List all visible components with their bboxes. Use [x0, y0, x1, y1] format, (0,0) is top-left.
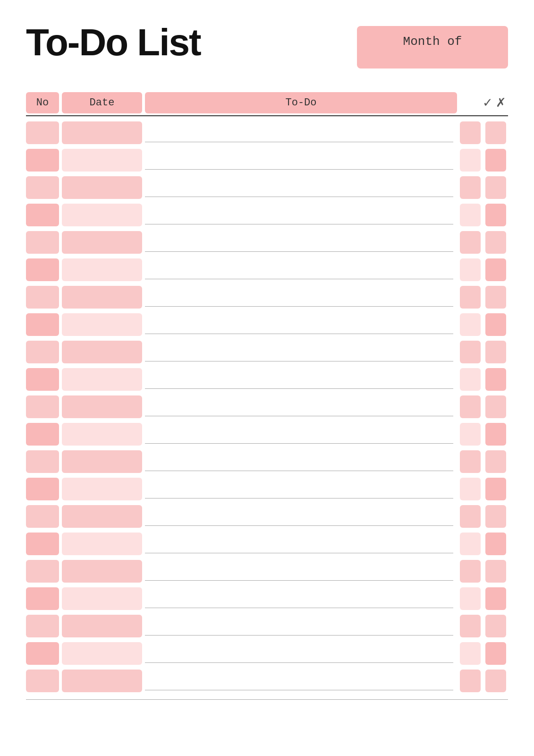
row-check-cell[interactable] — [460, 478, 481, 500]
row-date-cell[interactable] — [62, 149, 142, 172]
table-divider — [26, 115, 508, 116]
row-cross-cell[interactable] — [485, 450, 506, 473]
cross-icon: ✗ — [496, 95, 506, 110]
row-check-cell[interactable] — [460, 615, 481, 637]
row-cross-cell[interactable] — [485, 478, 506, 500]
row-check-cell[interactable] — [460, 560, 481, 583]
row-check-cell[interactable] — [460, 533, 481, 555]
todo-line — [145, 388, 453, 389]
todo-line — [145, 197, 453, 197]
row-cross-cell[interactable] — [485, 615, 506, 637]
todo-line — [145, 169, 453, 170]
col-header-icons: ✓ ✗ — [460, 95, 508, 110]
row-cross-cell[interactable] — [485, 204, 506, 226]
row-check-cell[interactable] — [460, 286, 481, 309]
todo-line — [145, 279, 453, 279]
row-date-cell[interactable] — [62, 176, 142, 199]
row-check-cell[interactable] — [460, 231, 481, 254]
row-cross-cell[interactable] — [485, 642, 506, 665]
row-no-cell — [26, 368, 59, 391]
row-cross-cell[interactable] — [485, 368, 506, 391]
row-todo-area — [145, 148, 457, 172]
row-check-cell[interactable] — [460, 341, 481, 363]
row-check-cell[interactable] — [460, 395, 481, 418]
row-cross-cell[interactable] — [485, 423, 506, 446]
row-cross-cell[interactable] — [485, 231, 506, 254]
row-cross-cell[interactable] — [485, 587, 506, 610]
row-check-cell[interactable] — [460, 258, 481, 281]
row-check-cell[interactable] — [460, 176, 481, 199]
row-cross-cell[interactable] — [485, 313, 506, 336]
row-no-cell — [26, 204, 59, 226]
todo-line — [145, 334, 453, 334]
row-check-cell[interactable] — [460, 204, 481, 226]
row-date-cell[interactable] — [62, 615, 142, 637]
row-no-cell — [26, 423, 59, 446]
row-date-cell[interactable] — [62, 670, 142, 692]
row-cross-cell[interactable] — [485, 533, 506, 555]
row-date-cell[interactable] — [62, 368, 142, 391]
row-date-cell[interactable] — [62, 560, 142, 583]
row-cross-cell[interactable] — [485, 505, 506, 528]
row-cross-cell[interactable] — [485, 121, 506, 144]
row-date-cell[interactable] — [62, 258, 142, 281]
row-no-cell — [26, 642, 59, 665]
row-date-cell[interactable] — [62, 478, 142, 500]
rows-container — [26, 119, 508, 695]
table-row — [26, 530, 508, 558]
row-check-cell[interactable] — [460, 587, 481, 610]
row-date-cell[interactable] — [62, 450, 142, 473]
row-no-cell — [26, 176, 59, 199]
table-row — [26, 311, 508, 338]
table-row — [26, 146, 508, 174]
row-cross-cell[interactable] — [485, 258, 506, 281]
row-date-cell[interactable] — [62, 313, 142, 336]
row-check-cell[interactable] — [460, 121, 481, 144]
row-check-cell[interactable] — [460, 149, 481, 172]
table-row — [26, 475, 508, 503]
table-row — [26, 338, 508, 366]
table-row — [26, 256, 508, 284]
table-row — [26, 393, 508, 421]
row-cross-cell[interactable] — [485, 560, 506, 583]
row-todo-area — [145, 505, 457, 528]
row-cross-cell[interactable] — [485, 286, 506, 309]
row-date-cell[interactable] — [62, 587, 142, 610]
row-date-cell[interactable] — [62, 341, 142, 363]
row-date-cell[interactable] — [62, 533, 142, 555]
row-cross-cell[interactable] — [485, 341, 506, 363]
row-date-cell[interactable] — [62, 286, 142, 309]
row-date-cell[interactable] — [62, 642, 142, 665]
row-todo-area — [145, 313, 457, 336]
row-todo-area — [145, 340, 457, 364]
check-icon: ✓ — [483, 95, 493, 110]
row-no-cell — [26, 258, 59, 281]
table-row — [26, 558, 508, 585]
row-check-cell[interactable] — [460, 505, 481, 528]
row-date-cell[interactable] — [62, 395, 142, 418]
row-check-cell[interactable] — [460, 450, 481, 473]
table-row — [26, 585, 508, 612]
table-row — [26, 612, 508, 640]
row-no-cell — [26, 587, 59, 610]
table-row — [26, 421, 508, 448]
row-cross-cell[interactable] — [485, 176, 506, 199]
row-date-cell[interactable] — [62, 204, 142, 226]
row-check-cell[interactable] — [460, 313, 481, 336]
month-box[interactable]: Month of — [357, 26, 508, 69]
row-cross-cell[interactable] — [485, 149, 506, 172]
row-no-cell — [26, 149, 59, 172]
row-check-cell[interactable] — [460, 368, 481, 391]
row-cross-cell[interactable] — [485, 395, 506, 418]
row-cross-cell[interactable] — [485, 670, 506, 692]
row-todo-area — [145, 176, 457, 199]
row-date-cell[interactable] — [62, 121, 142, 144]
row-todo-area — [145, 587, 457, 610]
row-date-cell[interactable] — [62, 423, 142, 446]
row-check-cell[interactable] — [460, 670, 481, 692]
row-check-cell[interactable] — [460, 642, 481, 665]
row-date-cell[interactable] — [62, 505, 142, 528]
row-todo-area — [145, 642, 457, 665]
row-date-cell[interactable] — [62, 231, 142, 254]
row-check-cell[interactable] — [460, 423, 481, 446]
